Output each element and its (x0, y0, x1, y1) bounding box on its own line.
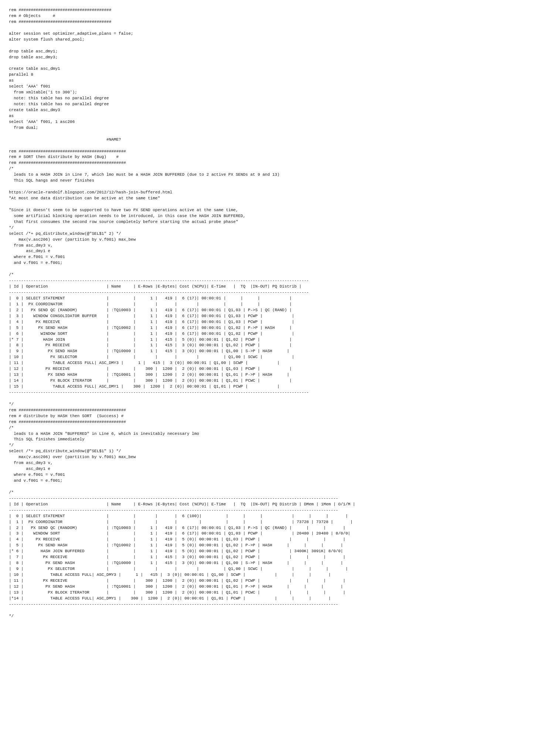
plan1-table: ----------------------------------------… (9, 278, 526, 408)
code-section-2: rem ####################################… (9, 408, 526, 496)
plan2-table: ----------------------------------------… (9, 496, 526, 619)
code-section-1: rem ####################################… (9, 7, 526, 278)
main-content: rem ####################################… (9, 7, 526, 619)
